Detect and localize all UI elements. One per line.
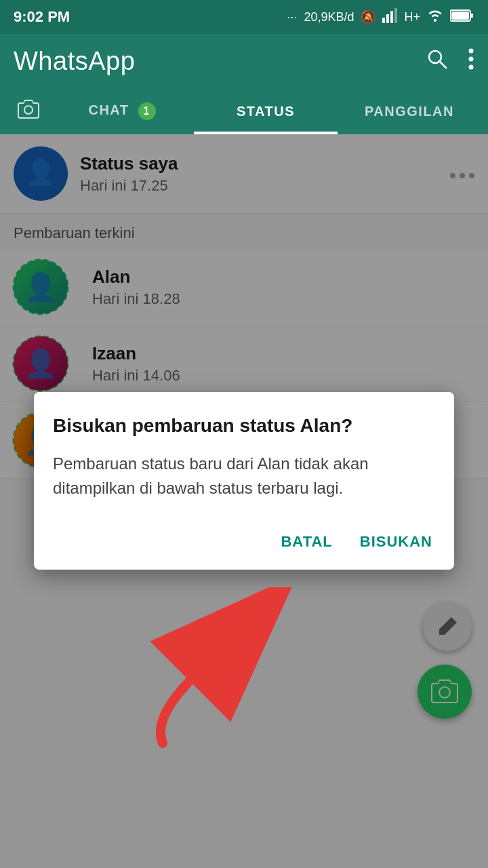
- network-icon: ···: [287, 10, 297, 24]
- more-options-icon[interactable]: [468, 47, 474, 75]
- signal-icon: [382, 8, 397, 26]
- tab-bar: CHAT 1 STATUS PANGGILAN: [0, 88, 488, 134]
- svg-point-11: [469, 64, 474, 69]
- svg-point-10: [469, 56, 474, 61]
- dialog-body: Pembaruan status baru dari Alan tidak ak…: [53, 452, 435, 500]
- svg-point-9: [469, 48, 474, 53]
- status-time: 9:02 PM: [14, 8, 70, 26]
- dialog-confirm-button[interactable]: BISUKAN: [357, 528, 435, 556]
- app-title: WhatsApp: [14, 47, 135, 76]
- header-actions: [426, 47, 474, 75]
- network-type: H+: [404, 10, 420, 24]
- header: WhatsApp: [0, 34, 488, 88]
- tab-status[interactable]: STATUS: [194, 89, 338, 134]
- battery-icon: [450, 9, 474, 26]
- svg-rect-0: [382, 18, 385, 23]
- status-icons: ··· 20,9KB/d 🔕 H+: [287, 8, 474, 26]
- svg-rect-6: [470, 14, 473, 18]
- status-bar: 9:02 PM ··· 20,9KB/d 🔕 H+: [0, 0, 488, 34]
- network-speed: 20,9KB/d: [304, 10, 354, 24]
- svg-line-8: [439, 61, 446, 68]
- camera-tab-icon[interactable]: [7, 100, 50, 123]
- tab-status-label: STATUS: [237, 104, 295, 119]
- chat-badge: 1: [138, 102, 156, 120]
- tab-chat[interactable]: CHAT 1: [50, 87, 194, 135]
- svg-rect-5: [451, 12, 469, 20]
- mute-dialog: Bisukan pembaruan status Alan? Pembaruan…: [34, 392, 454, 570]
- search-icon[interactable]: [426, 47, 449, 75]
- dialog-cancel-button[interactable]: BATAL: [278, 528, 335, 556]
- svg-rect-1: [386, 14, 389, 23]
- tab-calls-label: PANGGILAN: [365, 104, 454, 119]
- main-content: 👤 Status saya Hari ini 17.25 Pembaruan t…: [0, 134, 488, 868]
- tab-calls[interactable]: PANGGILAN: [338, 89, 481, 134]
- svg-rect-2: [390, 11, 393, 23]
- svg-rect-3: [394, 8, 397, 23]
- mute-icon: 🔕: [361, 9, 375, 24]
- dialog-title: Bisukan pembaruan status Alan?: [53, 414, 435, 438]
- tab-chat-label: CHAT: [88, 102, 129, 117]
- wifi-icon: [427, 9, 443, 25]
- dialog-actions: BATAL BISUKAN: [53, 522, 435, 556]
